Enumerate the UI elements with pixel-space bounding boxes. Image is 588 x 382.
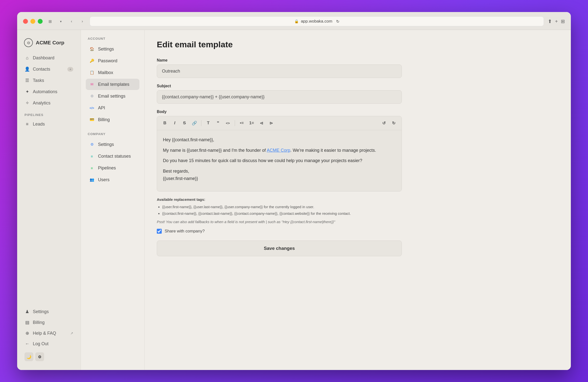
- settings-nav-item-label: Email templates: [98, 82, 129, 87]
- settings-nav-item-billing[interactable]: 💳 Billing: [86, 114, 139, 125]
- settings-nav-item-contact-statuses[interactable]: ≡ Contact statuses: [86, 151, 139, 162]
- sidebar-item-settings[interactable]: ♟ Settings: [21, 307, 77, 317]
- company-nav-items: ⚙ Settings ≡ Contact statuses ≡ Pipeline…: [86, 139, 139, 185]
- save-button[interactable]: Save changes: [157, 241, 402, 256]
- account-section-label: ACCOUNT: [86, 37, 139, 44]
- indent-more-button[interactable]: ⊳: [267, 119, 276, 128]
- share-checkbox[interactable]: [157, 229, 162, 234]
- subject-label: Subject: [157, 84, 402, 88]
- tasks-icon: ☰: [24, 78, 30, 83]
- psst-text: Psst! You can also add fallbacks to when…: [157, 220, 402, 224]
- body-line-3: Do you have 15 minutes for quick call to…: [163, 157, 396, 164]
- replacement-tag-item-1: {{user.first-name}}, {{user.last-name}},…: [162, 203, 402, 210]
- pipelines-section-label: PIPELINES: [21, 109, 77, 118]
- settings-nav-item-label: Mailbox: [98, 70, 113, 75]
- indent-less-button[interactable]: ⊲: [257, 119, 266, 128]
- settings-nav-item-email-templates[interactable]: ✉ Email templates: [86, 79, 139, 90]
- bullet-list-button[interactable]: •≡: [237, 119, 246, 128]
- acme-corp-link[interactable]: ACME Corp: [267, 148, 290, 153]
- settings-nav-item-label: Email settings: [98, 94, 126, 99]
- replacement-tags-title: Available replacement tags:: [157, 197, 402, 202]
- settings-nav-item-pipelines[interactable]: ≡ Pipelines: [86, 162, 139, 174]
- editor-body[interactable]: Hey {{contact.first-name}}, My name is {…: [157, 130, 401, 191]
- name-form-group: Name: [157, 58, 402, 78]
- sidebar-item-automations[interactable]: ✦ Automations: [21, 87, 77, 97]
- sidebar-item-label: Automations: [33, 89, 57, 94]
- settings-nav-email-settings-icon: ⚙: [89, 93, 95, 99]
- sidebar-item-tasks[interactable]: ☰ Tasks: [21, 75, 77, 86]
- maximize-button[interactable]: [38, 19, 43, 24]
- preferences-button[interactable]: ⚙: [35, 352, 44, 361]
- code-button[interactable]: <>: [223, 119, 232, 128]
- sidebar-item-contacts[interactable]: 👤 Contacts +: [21, 64, 77, 74]
- numbered-list-button[interactable]: 1≡: [247, 119, 256, 128]
- sidebar-toggle-icon[interactable]: ⊞: [46, 18, 53, 25]
- undo-button[interactable]: ↺: [379, 119, 388, 128]
- dark-mode-button[interactable]: 🌙: [24, 352, 33, 361]
- settings-nav-item-password[interactable]: 🔑 Password: [86, 55, 139, 67]
- settings-nav-item-mailbox[interactable]: 📋 Mailbox: [86, 67, 139, 78]
- italic-button[interactable]: I: [170, 119, 179, 128]
- traffic-lights: [23, 19, 43, 24]
- bold-button[interactable]: B: [161, 119, 169, 128]
- sidebar-item-billing[interactable]: ▤ Billing: [21, 317, 77, 328]
- sidebar-item-leads[interactable]: ≡ Leads: [21, 119, 77, 129]
- sidebar-item-label: Tasks: [33, 78, 44, 83]
- new-tab-icon[interactable]: +: [555, 19, 558, 24]
- sidebar-item-logout[interactable]: ← Log Out: [21, 339, 77, 349]
- text-button[interactable]: T: [204, 119, 213, 128]
- reload-icon: ↻: [336, 19, 339, 24]
- sidebar-item-label: Billing: [33, 320, 44, 325]
- replacement-tags: Available replacement tags: {{user.first…: [157, 197, 402, 224]
- settings-nav-settings-icon: 🏠: [89, 46, 95, 52]
- browser-chrome: ⊞ ▾ ‹ › 🔒 app.wobaka.com ↻ ⬆ + ⊞: [17, 12, 571, 30]
- body-line-2: My name is {{user.first-name}} and I'm t…: [163, 147, 396, 154]
- sidebar-logo[interactable]: ⊖ ACME Corp: [21, 36, 77, 53]
- settings-icon: ♟: [24, 309, 30, 314]
- settings-nav-item-company-settings[interactable]: ⚙ Settings: [86, 139, 139, 150]
- strikethrough-button[interactable]: S: [180, 119, 189, 128]
- share-label[interactable]: Share with company?: [165, 229, 205, 234]
- contacts-icon: 👤: [24, 67, 30, 72]
- toolbar-separator-2: [235, 120, 235, 126]
- body-line-4: Best regards,{{user.first-name}}: [163, 167, 396, 182]
- settings-nav-item-label: Billing: [98, 117, 110, 122]
- settings-nav-item-label: Users: [98, 177, 109, 182]
- sidebar-item-label: Log Out: [33, 341, 48, 346]
- settings-nav: ACCOUNT 🏠 Settings 🔑 Password 📋 Mailbox …: [81, 30, 145, 370]
- redo-button[interactable]: ↻: [389, 119, 398, 128]
- link-button[interactable]: 🔗: [190, 119, 199, 128]
- editor-toolbar: B I S 🔗 T " <> •≡ 1≡ ⊲ ⊳: [157, 116, 401, 130]
- page-title: Edit email template: [157, 40, 559, 49]
- quote-button[interactable]: ": [214, 119, 222, 128]
- address-bar[interactable]: 🔒 app.wobaka.com ↻: [90, 16, 544, 26]
- subject-form-group: Subject: [157, 84, 402, 104]
- app-body: ⊖ ACME Corp ⌂ Dashboard 👤 Contacts + ☰ T…: [17, 30, 571, 370]
- settings-nav-contact-statuses-icon: ≡: [89, 153, 95, 159]
- logout-icon: ←: [24, 341, 30, 346]
- sidebar-item-help[interactable]: ⊕ Help & FAQ ↗: [21, 328, 77, 338]
- name-label: Name: [157, 58, 402, 63]
- settings-nav-item-users[interactable]: 👥 Users: [86, 174, 139, 185]
- settings-nav-item-label: Settings: [98, 46, 114, 52]
- minimize-button[interactable]: [30, 19, 35, 24]
- subject-input[interactable]: [157, 90, 402, 104]
- settings-nav-item-label: Settings: [98, 142, 114, 147]
- settings-nav-item-email-settings[interactable]: ⚙ Email settings: [86, 90, 139, 102]
- settings-nav-billing-icon: 💳: [89, 116, 95, 123]
- settings-nav-password-icon: 🔑: [89, 58, 95, 64]
- sidebar-item-analytics[interactable]: ✧ Analytics: [21, 98, 77, 108]
- sidebar-item-dashboard[interactable]: ⌂ Dashboard: [21, 53, 77, 63]
- close-button[interactable]: [23, 19, 28, 24]
- back-button[interactable]: ‹: [68, 18, 75, 25]
- name-input[interactable]: [157, 65, 402, 78]
- sidebar-item-label: Dashboard: [33, 55, 54, 61]
- sidebar-item-label: Analytics: [33, 101, 50, 106]
- grid-icon[interactable]: ⊞: [561, 18, 565, 24]
- settings-nav-item-api[interactable]: </> API: [86, 102, 139, 113]
- settings-nav-item-settings[interactable]: 🏠 Settings: [86, 44, 139, 55]
- forward-button[interactable]: ›: [79, 18, 86, 25]
- chevron-down-icon[interactable]: ▾: [57, 18, 64, 25]
- share-icon[interactable]: ⬆: [548, 18, 552, 24]
- settings-nav-api-icon: </>: [89, 105, 95, 111]
